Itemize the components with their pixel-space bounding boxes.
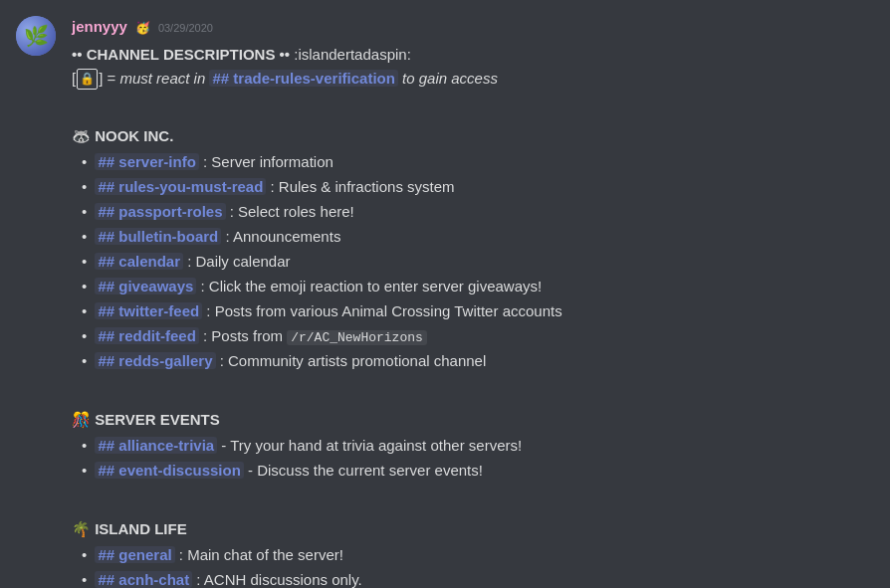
channel-alliance-trivia[interactable]: ## alliance-trivia bbox=[95, 437, 217, 454]
list-item: • ## rules-you-must-read : Rules & infra… bbox=[82, 175, 874, 199]
list-item: • ## giveaways : Click the emoji reactio… bbox=[82, 275, 874, 298]
list-item: • ## calendar : Daily calendar bbox=[82, 250, 874, 274]
avatar: 🌿 bbox=[16, 16, 56, 56]
lock-line: [🔒] = must react in ## trade-rules-verif… bbox=[72, 67, 874, 91]
list-item: • ## redds-gallery : Community artists p… bbox=[82, 349, 874, 373]
channel-reddit-feed[interactable]: ## reddit-feed bbox=[95, 327, 198, 344]
lock-icon: 🔒 bbox=[77, 69, 98, 90]
message: 🌿 jennyyy 🥳 03/29/2020 •• CHANNEL DESCRI… bbox=[0, 0, 890, 588]
header-line: •• CHANNEL DESCRIPTIONS •• :islandertada… bbox=[72, 43, 874, 67]
trade-channel-link[interactable]: ## trade-rules-verification bbox=[209, 70, 397, 87]
timestamp: 03/29/2020 bbox=[158, 20, 213, 37]
username: jennyyy bbox=[72, 16, 127, 39]
channel-event-discussion[interactable]: ## event-discussion bbox=[95, 462, 243, 479]
channel-server-info[interactable]: ## server-info bbox=[95, 153, 198, 170]
channel-twitter-feed[interactable]: ## twitter-feed bbox=[95, 302, 202, 319]
list-item: • ## bulletin-board : Announcements bbox=[82, 225, 874, 249]
channel-passport-roles[interactable]: ## passport-roles bbox=[95, 203, 225, 220]
channel-acnh-chat[interactable]: ## acnh-chat bbox=[95, 571, 192, 588]
channel-calendar[interactable]: ## calendar bbox=[95, 253, 183, 270]
channel-rules[interactable]: ## rules-you-must-read bbox=[95, 178, 266, 195]
section-server-events: 🎊 SERVER EVENTS bbox=[72, 408, 874, 432]
nook-channel-list: • ## server-info : Server information • … bbox=[82, 150, 874, 374]
section-island-life: 🌴 ISLAND LIFE bbox=[72, 517, 874, 541]
events-channel-list: • ## alliance-trivia - Try your hand at … bbox=[82, 434, 874, 483]
list-item: • ## alliance-trivia - Try your hand at … bbox=[82, 434, 874, 458]
message-content: •• CHANNEL DESCRIPTIONS •• :islandertada… bbox=[72, 43, 874, 589]
nook-emoji: 🦝 bbox=[72, 127, 91, 144]
header-emoji: :islandertadaspin: bbox=[294, 46, 411, 63]
nook-title: NOOK INC. bbox=[95, 127, 173, 144]
header-text: •• CHANNEL DESCRIPTIONS •• bbox=[72, 46, 294, 63]
island-title: ISLAND LIFE bbox=[95, 520, 187, 537]
events-title: SERVER EVENTS bbox=[95, 411, 220, 428]
island-emoji: 🌴 bbox=[72, 520, 91, 537]
avatar-image: 🌿 bbox=[16, 16, 56, 56]
list-item: • ## event-discussion - Discuss the curr… bbox=[82, 459, 874, 483]
channel-giveaways[interactable]: ## giveaways bbox=[95, 278, 196, 294]
events-emoji: 🎊 bbox=[72, 411, 91, 428]
user-badge: 🥳 bbox=[135, 19, 150, 37]
channel-bulletin-board[interactable]: ## bulletin-board bbox=[95, 228, 221, 245]
section-nook-inc: 🦝 NOOK INC. bbox=[72, 124, 874, 148]
channel-general[interactable]: ## general bbox=[95, 546, 174, 563]
list-item: • ## twitter-feed : Posts from various A… bbox=[82, 299, 874, 323]
message-header: jennyyy 🥳 03/29/2020 bbox=[72, 16, 874, 39]
list-item: • ## reddit-feed : Posts from /r/AC_NewH… bbox=[82, 324, 874, 349]
channel-redds-gallery[interactable]: ## redds-gallery bbox=[95, 352, 215, 369]
island-channel-list: • ## general : Main chat of the server! … bbox=[82, 543, 874, 588]
list-item: • ## passport-roles : Select roles here! bbox=[82, 200, 874, 224]
list-item: • ## acnh-chat : ACNH discussions only. bbox=[82, 568, 874, 588]
list-item: • ## general : Main chat of the server! bbox=[82, 543, 874, 567]
reddit-code: /r/AC_NewHorizons bbox=[287, 330, 427, 345]
list-item: • ## server-info : Server information bbox=[82, 150, 874, 174]
